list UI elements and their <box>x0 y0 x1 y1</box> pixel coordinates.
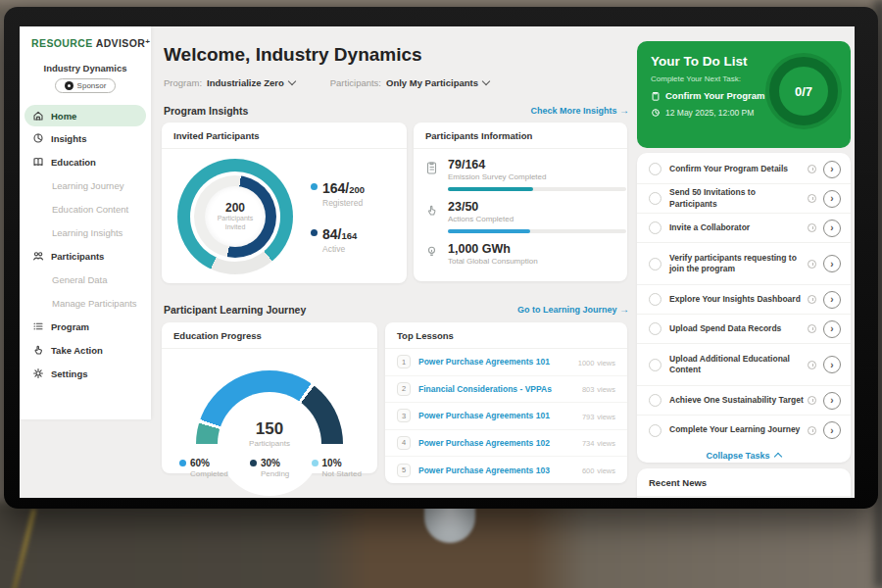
program-value: Industrialize Zero <box>207 77 284 88</box>
legend-label: Completed <box>190 469 228 478</box>
task-label: Upload Additional Educational Content <box>669 354 804 375</box>
task-label: Invite a Collaborator <box>669 222 804 233</box>
lesson-row[interactable]: 3 Power Purchase Agreements 101 793 view… <box>385 403 627 430</box>
task-go-button[interactable]: › <box>823 190 841 208</box>
sidebar-item-take-action[interactable]: Take Action <box>20 338 151 362</box>
sidebar-item-education[interactable]: Education <box>20 150 151 173</box>
card-title: Education Progress <box>162 322 377 349</box>
lesson-link[interactable]: Power Purchase Agreements 101 <box>418 357 578 367</box>
task-row[interactable]: Verify participants requesting to join t… <box>637 243 851 285</box>
lesson-row[interactable]: 2 Financial Considerations - VPPAs 803 v… <box>385 376 627 404</box>
participants-dropdown[interactable]: Participants: Only My Participants <box>330 77 489 88</box>
participants-value: Only My Participants <box>386 77 478 88</box>
legend-completed: 60% Completed <box>179 458 228 478</box>
task-row[interactable]: Upload Spend Data Records › <box>637 315 851 344</box>
lesson-row[interactable]: 1 Power Purchase Agreements 101 1000 vie… <box>385 349 627 376</box>
task-checkbox[interactable] <box>649 424 662 437</box>
lesson-link[interactable]: Power Purchase Agreements 101 <box>418 411 582 420</box>
progress-fill <box>448 187 533 191</box>
task-checkbox[interactable] <box>649 258 662 270</box>
legend-dot <box>311 183 318 190</box>
sponsor-label: Sponsor <box>77 81 107 90</box>
chevron-up-icon <box>774 453 782 461</box>
task-checkbox[interactable] <box>649 359 662 371</box>
progress-track <box>448 229 626 233</box>
chevron-down-icon <box>287 77 295 85</box>
legend-pending: 30% Pending <box>250 458 289 478</box>
legend-dot <box>179 460 186 466</box>
task-checkbox[interactable] <box>649 394 662 407</box>
task-checkbox[interactable] <box>649 221 662 234</box>
sidebar-item-insights[interactable]: Insights <box>20 126 151 150</box>
task-row[interactable]: Complete Your Learning Journey › <box>637 416 851 445</box>
legend-value: 84/ <box>322 226 341 242</box>
scene: RESOURCE ADVISOR+ Industry Dynamics Spon… <box>0 0 882 588</box>
task-row[interactable]: Achieve One Sustainability Target › <box>637 386 851 416</box>
donut-chart-area: 200 Participants Invited 164/200 Registe… <box>162 149 407 274</box>
views-label: views <box>597 439 615 448</box>
consumption-icon <box>425 245 441 266</box>
views-label: views <box>597 466 615 475</box>
task-checkbox[interactable] <box>649 163 662 175</box>
stat-row: 1,000 GWh Total Global Consumption <box>414 233 627 266</box>
task-go-button[interactable]: › <box>823 291 841 309</box>
task-go-button[interactable]: › <box>823 220 841 237</box>
sidebar-item-education-content[interactable]: Education Content <box>20 197 151 220</box>
clock-icon <box>808 324 816 333</box>
task-go-button[interactable]: › <box>823 356 841 373</box>
sidebar-item-settings[interactable]: Settings <box>20 362 151 385</box>
task-row[interactable]: Confirm Your Program Details › <box>637 155 851 184</box>
legend-total: 200 <box>349 184 365 195</box>
task-go-button[interactable]: › <box>823 320 841 338</box>
task-row[interactable]: Explore Your Insights Dashboard › <box>637 285 851 315</box>
stat-value: 79/164 <box>448 158 626 172</box>
task-go-button[interactable]: › <box>823 255 841 272</box>
legend-pct: 30% <box>261 458 289 468</box>
task-row[interactable]: Invite a Collaborator › <box>637 214 851 243</box>
card-title: Invited Participants <box>162 122 407 149</box>
sidebar-item-learning-insights[interactable]: Learning Insights <box>20 220 151 244</box>
sponsor-icon <box>65 81 74 90</box>
task-checkbox[interactable] <box>649 293 662 306</box>
lesson-link[interactable]: Financial Considerations - VPPAs <box>418 384 582 394</box>
lesson-link[interactable]: Power Purchase Agreements 103 <box>418 466 582 475</box>
task-label: Upload Spend Data Records <box>669 323 804 334</box>
task-checkbox[interactable] <box>649 192 662 205</box>
lesson-row[interactable]: 5 Power Purchase Agreements 103 600 view… <box>385 457 627 484</box>
check-more-insights-link[interactable]: Check More Insights → <box>530 105 629 117</box>
org-name: Industry Dynamics <box>20 63 151 74</box>
task-checkbox[interactable] <box>649 322 662 335</box>
lesson-views: 734 <box>582 439 595 448</box>
views-label: views <box>597 359 615 368</box>
lesson-row[interactable]: 4 Power Purchase Agreements 102 734 view… <box>385 430 627 458</box>
stat-value: 23/50 <box>448 200 626 214</box>
task-go-button[interactable]: › <box>823 161 841 178</box>
legend-dot <box>250 460 257 466</box>
sidebar-item-learning-journey[interactable]: Learning Journey <box>20 173 151 197</box>
sidebar-item-manage-participants[interactable]: Manage Participants <box>20 291 151 315</box>
task-row[interactable]: Send 50 Invitations to Participants › <box>637 184 851 214</box>
task-go-button[interactable]: › <box>823 392 841 410</box>
go-to-learning-journey-link[interactable]: Go to Learning Journey → <box>517 304 629 316</box>
legend-label: Active <box>322 244 365 254</box>
section-title: Participant Learning Journey <box>164 304 306 316</box>
book-icon <box>32 156 44 168</box>
task-go-button[interactable]: › <box>823 421 841 439</box>
sidebar-item-program[interactable]: Program <box>20 315 151 338</box>
gauge-label: Participants <box>196 439 343 448</box>
sidebar-item-general-data[interactable]: General Data <box>20 268 151 291</box>
program-dropdown[interactable]: Program: Industrialize Zero <box>164 77 295 88</box>
participants-donut-chart: 200 Participants Invited <box>177 159 293 274</box>
lesson-link[interactable]: Power Purchase Agreements 102 <box>418 438 582 448</box>
sidebar-item-home[interactable]: Home <box>24 105 146 126</box>
survey-icon <box>425 161 441 191</box>
clock-icon <box>808 260 816 269</box>
sidebar-item-label: Learning Insights <box>52 227 122 238</box>
arrow-right-icon: → <box>619 105 629 116</box>
sidebar-item-participants[interactable]: Participants <box>20 244 151 268</box>
collapse-tasks-link[interactable]: Collapse Tasks <box>637 445 851 466</box>
task-row[interactable]: Upload Additional Educational Content › <box>637 344 851 386</box>
legend-label: Registered <box>322 198 365 208</box>
sidebar-item-label: Learning Journey <box>52 180 123 191</box>
invited-count: 200 <box>225 201 245 215</box>
